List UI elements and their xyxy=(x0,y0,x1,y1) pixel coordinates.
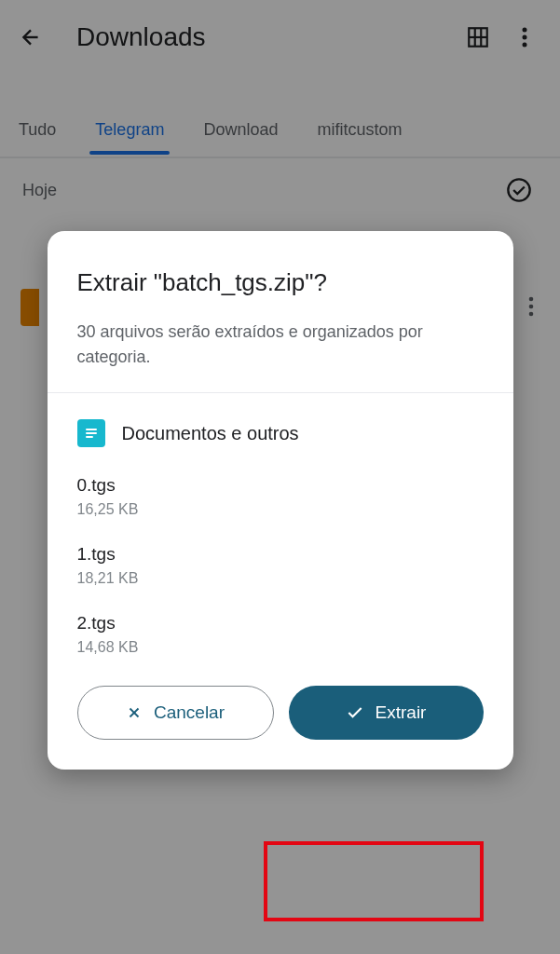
extract-label: Extrair xyxy=(376,702,427,723)
extract-dialog: Extrair "batch_tgs.zip"? 30 arquivos ser… xyxy=(48,231,513,770)
divider xyxy=(48,392,513,393)
document-icon xyxy=(77,419,105,447)
cancel-label: Cancelar xyxy=(154,702,225,723)
category-label: Documentos e outros xyxy=(122,423,299,444)
close-icon xyxy=(126,704,143,721)
extract-button[interactable]: Extrair xyxy=(289,686,484,740)
category-row: Documentos e outros xyxy=(77,419,484,447)
dialog-subtitle: 30 arquivos serão extraídos e organizado… xyxy=(77,320,484,370)
svg-rect-12 xyxy=(86,429,97,430)
file-name: 2.tgs xyxy=(77,613,484,634)
file-size: 18,21 KB xyxy=(77,570,484,587)
check-icon xyxy=(346,703,364,722)
file-size: 16,25 KB xyxy=(77,501,484,518)
list-item: 0.tgs 16,25 KB xyxy=(77,475,484,518)
file-size: 14,68 KB xyxy=(77,639,484,656)
svg-rect-13 xyxy=(86,432,97,434)
cancel-button[interactable]: Cancelar xyxy=(77,686,274,740)
svg-rect-14 xyxy=(86,436,93,438)
dialog-title: Extrair "batch_tgs.zip"? xyxy=(77,268,484,297)
list-item: 2.tgs 14,68 KB xyxy=(77,613,484,656)
dialog-actions: Cancelar Extrair xyxy=(77,686,484,740)
list-item: 1.tgs 18,21 KB xyxy=(77,544,484,587)
file-name: 0.tgs xyxy=(77,475,484,496)
file-name: 1.tgs xyxy=(77,544,484,565)
